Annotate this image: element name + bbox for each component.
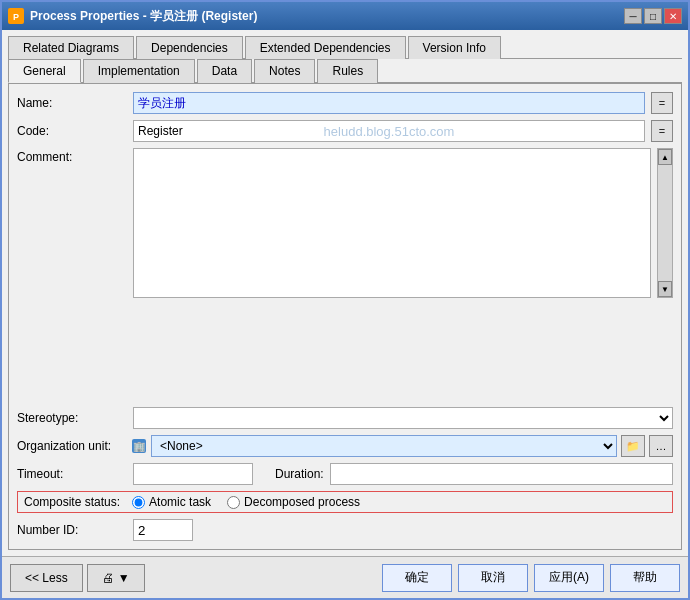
name-row: Name: =: [17, 92, 673, 114]
name-input[interactable]: [133, 92, 645, 114]
stereotype-dropdown-container: [133, 407, 673, 429]
org-unit-controls: 🏢 <None> 📁 …: [131, 435, 673, 457]
print-button[interactable]: 🖨 ▼: [87, 564, 145, 592]
comment-row: Comment: ▲ ▼: [17, 148, 673, 401]
tab-related-diagrams[interactable]: Related Diagrams: [8, 36, 134, 59]
bottom-bar: << Less 🖨 ▼ 确定 取消 应用(A) 帮助: [2, 556, 688, 598]
tab-row-2: General Implementation Data Notes Rules: [8, 59, 682, 83]
tab-implementation[interactable]: Implementation: [83, 59, 195, 83]
minimize-button[interactable]: ─: [624, 8, 642, 24]
svg-text:🏢: 🏢: [133, 440, 146, 453]
duration-label: Duration:: [275, 467, 324, 481]
org-unit-label: Organization unit:: [17, 439, 127, 453]
scroll-track: [658, 165, 672, 281]
name-equals-button[interactable]: =: [651, 92, 673, 114]
comment-label: Comment:: [17, 148, 127, 164]
svg-text:P: P: [13, 12, 19, 22]
org-unit-browse-button[interactable]: 📁: [621, 435, 645, 457]
decomposed-process-option: Decomposed process: [227, 495, 360, 509]
scroll-down-arrow[interactable]: ▼: [658, 281, 672, 297]
comment-wrapper: [133, 148, 651, 301]
apply-button[interactable]: 应用(A): [534, 564, 604, 592]
confirm-button[interactable]: 确定: [382, 564, 452, 592]
tab-container: Related Diagrams Dependencies Extended D…: [8, 36, 682, 83]
tab-general[interactable]: General: [8, 59, 81, 83]
tab-notes[interactable]: Notes: [254, 59, 315, 83]
comment-scrollbar: ▲ ▼: [657, 148, 673, 298]
code-value: Register: [138, 124, 183, 138]
radio-group: Atomic task Decomposed process: [132, 495, 360, 509]
tab-row-1: Related Diagrams Dependencies Extended D…: [8, 36, 682, 59]
window-controls: ─ □ ✕: [624, 8, 682, 24]
bottom-left-controls: << Less 🖨 ▼: [10, 564, 145, 592]
comment-input[interactable]: [133, 148, 651, 298]
print-icon: 🖨: [102, 571, 114, 585]
form-container: Name: = Code: Register heludd.blog.51cto…: [8, 83, 682, 550]
tab-rules[interactable]: Rules: [317, 59, 378, 83]
title-bar: P Process Properties - 学员注册 (Register) ─…: [2, 2, 688, 30]
name-label: Name:: [17, 96, 127, 110]
stereotype-label: Stereotype:: [17, 411, 127, 425]
window-title: Process Properties - 学员注册 (Register): [30, 8, 257, 25]
number-id-row: Number ID:: [17, 519, 673, 541]
org-unit-select[interactable]: <None>: [151, 435, 617, 457]
title-bar-left: P Process Properties - 学员注册 (Register): [8, 8, 257, 25]
org-unit-row: Organization unit: 🏢 <None> 📁 …: [17, 435, 673, 457]
atomic-task-label: Atomic task: [149, 495, 211, 509]
print-dropdown-arrow: ▼: [118, 571, 130, 585]
org-unit-icon: 🏢: [131, 438, 147, 454]
atomic-task-radio[interactable]: [132, 496, 145, 509]
tab-dependencies[interactable]: Dependencies: [136, 36, 243, 59]
stereotype-row: Stereotype:: [17, 407, 673, 429]
duration-input[interactable]: [330, 463, 673, 485]
watermark-text: heludd.blog.51cto.com: [324, 124, 455, 139]
timeout-input[interactable]: [133, 463, 253, 485]
timeout-row: Timeout: Duration:: [17, 463, 673, 485]
help-button[interactable]: 帮助: [610, 564, 680, 592]
app-icon: P: [8, 8, 24, 24]
main-window: P Process Properties - 学员注册 (Register) ─…: [0, 0, 690, 600]
close-button[interactable]: ✕: [664, 8, 682, 24]
tab-data[interactable]: Data: [197, 59, 252, 83]
decomposed-process-radio[interactable]: [227, 496, 240, 509]
atomic-task-option: Atomic task: [132, 495, 211, 509]
cancel-button[interactable]: 取消: [458, 564, 528, 592]
org-unit-extra-button[interactable]: …: [649, 435, 673, 457]
less-button[interactable]: << Less: [10, 564, 83, 592]
scroll-up-arrow[interactable]: ▲: [658, 149, 672, 165]
timeout-label: Timeout:: [17, 467, 127, 481]
code-row: Code: Register heludd.blog.51cto.com =: [17, 120, 673, 142]
tab-extended-dependencies[interactable]: Extended Dependencies: [245, 36, 406, 59]
bottom-right-controls: 确定 取消 应用(A) 帮助: [382, 564, 680, 592]
decomposed-process-label: Decomposed process: [244, 495, 360, 509]
code-label: Code:: [17, 124, 127, 138]
window-content: Related Diagrams Dependencies Extended D…: [2, 30, 688, 556]
composite-label: Composite status:: [24, 495, 120, 509]
composite-status-row: Composite status: Atomic task Decomposed…: [17, 491, 673, 513]
code-field: Register heludd.blog.51cto.com: [133, 120, 645, 142]
tab-version-info[interactable]: Version Info: [408, 36, 501, 59]
stereotype-select[interactable]: [133, 407, 673, 429]
code-equals-button[interactable]: =: [651, 120, 673, 142]
org-dropdown-container: <None>: [151, 435, 617, 457]
maximize-button[interactable]: □: [644, 8, 662, 24]
number-id-input[interactable]: [133, 519, 193, 541]
number-id-label: Number ID:: [17, 523, 127, 537]
